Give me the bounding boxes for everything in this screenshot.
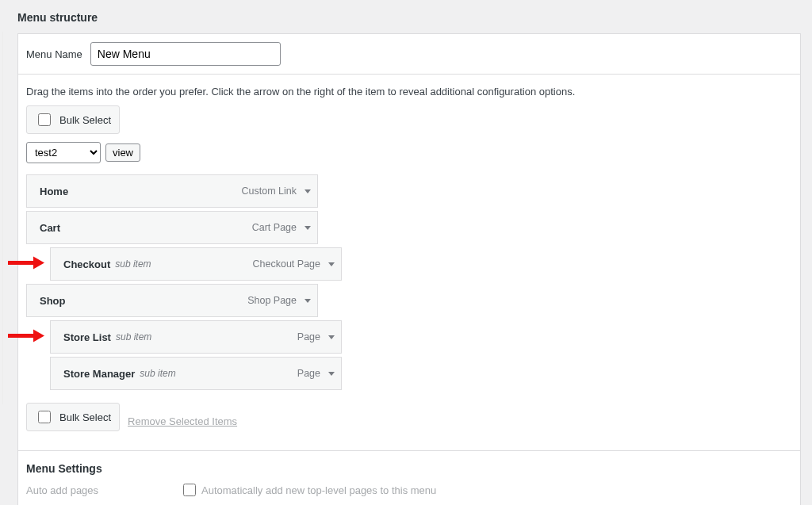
menu-item-checkout[interactable]: Checkoutsub itemCheckout Page bbox=[50, 247, 342, 281]
bulk-select-label-bottom: Bulk Select bbox=[59, 411, 111, 423]
menu-item-home[interactable]: HomeCustom Link bbox=[26, 174, 318, 208]
view-button[interactable]: view bbox=[105, 143, 140, 162]
menu-settings-title: Menu Settings bbox=[18, 450, 800, 481]
bulk-select-checkbox-top[interactable] bbox=[38, 113, 51, 126]
arrow-annotation-icon bbox=[6, 328, 44, 346]
menu-item-title: Home bbox=[40, 186, 68, 197]
menu-item-store-list[interactable]: Store Listsub itemPage bbox=[50, 320, 342, 354]
instructions-text: Drag the items into the order you prefer… bbox=[26, 86, 792, 98]
bulk-select-top[interactable]: Bulk Select bbox=[26, 105, 120, 134]
bulk-select-bottom[interactable]: Bulk Select bbox=[26, 403, 120, 431]
bulk-select-checkbox-bottom[interactable] bbox=[38, 411, 51, 423]
menu-item-title: Store Manager bbox=[63, 368, 135, 380]
chevron-down-icon[interactable] bbox=[304, 299, 311, 303]
menu-item-cart[interactable]: CartCart Page bbox=[26, 211, 318, 244]
menu-item-type: Page bbox=[297, 368, 320, 379]
chevron-down-icon[interactable] bbox=[328, 262, 335, 266]
auto-add-pages-checkbox[interactable] bbox=[183, 484, 196, 496]
chevron-down-icon[interactable] bbox=[328, 372, 335, 376]
menu-item-type: Shop Page bbox=[247, 295, 297, 306]
menu-item-store-manager[interactable]: Store Managersub itemPage bbox=[50, 357, 342, 390]
menu-item-title: Shop bbox=[40, 295, 66, 307]
menu-item-type: Checkout Page bbox=[253, 258, 320, 270]
menu-item-subtext: sub item bbox=[115, 258, 151, 270]
chevron-down-icon[interactable] bbox=[304, 189, 311, 193]
menu-structure-panel: Menu Name Drag the items into the order … bbox=[17, 33, 801, 505]
menu-item-type: Custom Link bbox=[242, 186, 297, 197]
remove-selected-link[interactable]: Remove Selected Items bbox=[128, 415, 237, 427]
auto-add-pages-label: Auto add pages bbox=[26, 484, 177, 496]
menu-item-title: Checkout bbox=[63, 258, 110, 270]
menu-name-field[interactable] bbox=[90, 42, 281, 66]
bulk-select-label-top: Bulk Select bbox=[59, 114, 111, 126]
menu-item-title: Cart bbox=[40, 222, 60, 234]
auto-add-pages-desc: Automatically add new top-level pages to… bbox=[201, 484, 436, 496]
arrow-annotation-icon bbox=[6, 255, 44, 274]
chevron-down-icon[interactable] bbox=[328, 335, 335, 339]
menu-item-shop[interactable]: ShopShop Page bbox=[26, 284, 318, 317]
menu-selector-dropdown[interactable]: test2 bbox=[26, 142, 101, 163]
menu-item-type: Page bbox=[297, 331, 320, 342]
chevron-down-icon[interactable] bbox=[304, 226, 311, 230]
menu-item-type: Cart Page bbox=[252, 222, 297, 233]
menu-item-subtext: sub item bbox=[140, 368, 175, 379]
menu-item-title: Store List bbox=[63, 331, 111, 343]
menu-item-subtext: sub item bbox=[116, 331, 151, 342]
section-title: Menu structure bbox=[17, 0, 812, 33]
menu-name-label: Menu Name bbox=[26, 48, 82, 60]
